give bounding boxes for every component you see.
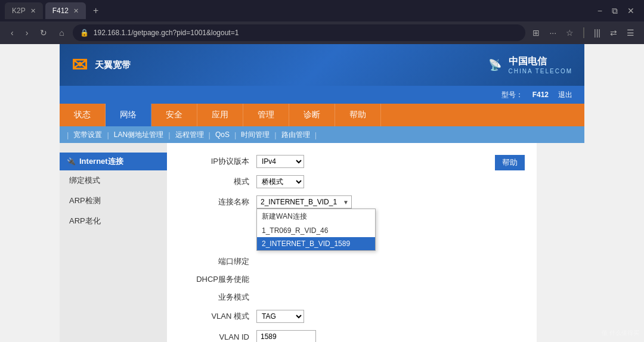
sidebar-section-icon: 🔌 — [67, 157, 76, 166]
close-button[interactable]: ✕ — [627, 6, 634, 16]
vlan-id-control — [256, 330, 316, 342]
sub-nav-sep-1: | — [107, 130, 109, 139]
dropdown-option-internet[interactable]: 2_INTERNET_B_VID_1589 — [257, 237, 375, 250]
port-binding-label: 端口绑定 — [185, 256, 256, 267]
nav-tab-application[interactable]: 应用 — [197, 104, 243, 126]
sub-nav-sep-6: | — [315, 130, 317, 139]
china-telecom-name: 中国电信 — [509, 55, 573, 68]
connection-name-dropdown[interactable]: 2_INTERNET_B_VID_1 ▼ 新建WAN连接 1_TR069_R_V… — [256, 195, 352, 209]
logo-icon: ✉ — [72, 54, 88, 76]
china-telecom-icon: 📡 — [488, 58, 501, 71]
extensions-icon[interactable]: ⊞ — [530, 26, 542, 40]
dropdown-arrow-icon: ▼ — [343, 199, 349, 206]
tab-f412-label: F412 — [52, 7, 69, 15]
restore-button[interactable]: ⧉ — [612, 6, 618, 16]
form-row-dhcp: DHCP服务使能 — [185, 274, 519, 285]
sidebar: 🔌 Internet连接 绑定模式 ARP检测 ARP老化 — [60, 143, 167, 342]
vlan-mode-select[interactable]: TAG — [256, 310, 304, 323]
dhcp-label: DHCP服务使能 — [185, 274, 256, 285]
nav-tabs: 状态 网络 安全 应用 管理 诊断 帮助 — [60, 104, 584, 126]
form-row-port: 端口绑定 — [185, 256, 519, 267]
mode-label: 模式 — [185, 176, 256, 187]
sub-nav-broadband[interactable]: 宽带设置 — [73, 130, 102, 140]
china-telecom-sub: CHINA TELECOM — [509, 68, 573, 74]
router-header: ✉ 天翼宽带 📡 中国电信 CHINA TELECOM — [60, 44, 584, 86]
new-tab-button[interactable]: + — [88, 5, 103, 16]
help-button[interactable]: 帮助 — [495, 155, 525, 170]
security-icon: 🔒 — [80, 29, 89, 37]
sidebar-item-arp-detect[interactable]: ARP检测 — [60, 191, 167, 211]
watermark: 值 什么值得买 — [602, 329, 639, 337]
nav-tab-network[interactable]: 网络 — [106, 104, 151, 126]
sub-nav-remote[interactable]: 远程管理 — [175, 130, 204, 140]
dropdown-option-new[interactable]: 新建WAN连接 — [257, 209, 375, 224]
tab-f412-close[interactable]: ✕ — [73, 7, 79, 15]
model-value: F412 — [532, 91, 549, 99]
sub-nav-sep-4: | — [234, 130, 236, 139]
vlan-id-label: VLAN ID — [185, 332, 256, 341]
sub-nav-sep-2: | — [168, 130, 170, 139]
tab-k2p[interactable]: K2P ✕ — [5, 2, 43, 19]
sidebar-section-label: Internet连接 — [79, 156, 123, 167]
nav-tab-diagnose[interactable]: 诊断 — [289, 104, 335, 126]
form-row-service: 业务模式 — [185, 292, 519, 303]
toolbar-right: ⊞ ··· ☆ ||| ⇄ ☰ — [530, 26, 637, 40]
menu-button[interactable]: ☰ — [624, 26, 637, 40]
sub-nav-qos[interactable]: QoS — [215, 130, 230, 139]
dropdown-option-tr069[interactable]: 1_TR069_R_VID_46 — [257, 224, 375, 237]
info-bar: 型号： F412 退出 — [60, 86, 584, 104]
mode-control: 桥模式 — [256, 175, 304, 188]
sidebar-item-binding[interactable]: 绑定模式 — [60, 170, 167, 191]
address-text: 192.168.1.1/getpage.gch?pid=1001&logout=… — [94, 29, 519, 37]
vlan-mode-label: VLAN 模式 — [185, 311, 256, 322]
vlan-mode-control: TAG — [256, 310, 304, 323]
minimize-button[interactable]: − — [597, 6, 602, 16]
reload-button[interactable]: ↻ — [36, 26, 51, 40]
sub-nav-lan[interactable]: LAN侧地址管理 — [114, 130, 163, 140]
header-right: 📡 中国电信 CHINA TELECOM — [488, 55, 573, 74]
home-button[interactable]: ⌂ — [55, 26, 67, 40]
connection-name-control: 2_INTERNET_B_VID_1 ▼ 新建WAN连接 1_TR069_R_V… — [256, 195, 352, 209]
form-row-connection: 连接名称 2_INTERNET_B_VID_1 ▼ 新建WAN连接 — [185, 195, 519, 209]
nav-tab-help[interactable]: 帮助 — [335, 104, 381, 126]
content-area: 🔌 Internet连接 绑定模式 ARP检测 ARP老化 帮助 IP协议版本 — [60, 143, 584, 342]
back-button[interactable]: ‹ — [7, 26, 17, 40]
sub-nav-time[interactable]: 时间管理 — [241, 130, 270, 140]
nav-tab-security[interactable]: 安全 — [151, 104, 197, 126]
sub-nav-sep-0: | — [67, 130, 69, 139]
dropdown-menu: 新建WAN连接 1_TR069_R_VID_46 2_INTERNET_B_VI… — [256, 209, 376, 251]
sub-nav-route[interactable]: 路由管理 — [281, 130, 310, 140]
vlan-id-input[interactable] — [256, 330, 316, 342]
forward-button[interactable]: › — [22, 26, 32, 40]
form-row-vlan-id: VLAN ID — [185, 330, 519, 342]
more-options-icon[interactable]: ··· — [547, 26, 559, 40]
bookmark-icon[interactable]: ☆ — [564, 26, 576, 40]
nav-tab-status[interactable]: 状态 — [60, 104, 106, 126]
model-label: 型号： — [501, 90, 523, 100]
connection-name-label: 连接名称 — [185, 197, 256, 207]
main-content: 帮助 IP协议版本 IPv4 模式 — [167, 143, 537, 342]
tab-k2p-close[interactable]: ✕ — [30, 7, 36, 15]
form-row-vlan-mode: VLAN 模式 TAG — [185, 310, 519, 323]
sub-nav-sep-3: | — [209, 130, 210, 139]
nav-tab-manage[interactable]: 管理 — [243, 104, 289, 126]
brand-text: 天翼宽带 — [95, 60, 131, 71]
tab-bar: K2P ✕ F412 ✕ + − ⧉ ✕ — [0, 0, 644, 21]
ip-protocol-label: IP协议版本 — [185, 156, 256, 167]
logout-button[interactable]: 退出 — [558, 90, 572, 100]
sidebar-item-arp-aging[interactable]: ARP老化 — [60, 211, 167, 231]
dropdown-selected[interactable]: 2_INTERNET_B_VID_1 ▼ — [256, 195, 352, 209]
tab-k2p-label: K2P — [12, 7, 26, 15]
mode-select[interactable]: 桥模式 — [256, 175, 304, 188]
header-left: ✉ 天翼宽带 — [72, 54, 131, 76]
address-bar[interactable]: 🔒 192.168.1.1/getpage.gch?pid=1001&logou… — [73, 24, 526, 41]
bookmarks-sidebar-icon[interactable]: ||| — [592, 26, 603, 40]
ip-protocol-select[interactable]: IPv4 — [256, 155, 304, 168]
form-row-ip-protocol: IP协议版本 IPv4 — [185, 155, 519, 168]
browser-toolbar: ‹ › ↻ ⌂ 🔒 192.168.1.1/getpage.gch?pid=10… — [0, 21, 644, 44]
dropdown-selected-text: 2_INTERNET_B_VID_1 — [261, 198, 337, 206]
sidebar-section-title: 🔌 Internet连接 — [60, 153, 167, 170]
tab-f412[interactable]: F412 ✕ — [45, 2, 86, 19]
synced-tabs-icon[interactable]: ⇄ — [608, 26, 620, 40]
sub-nav-sep-5: | — [274, 130, 276, 139]
